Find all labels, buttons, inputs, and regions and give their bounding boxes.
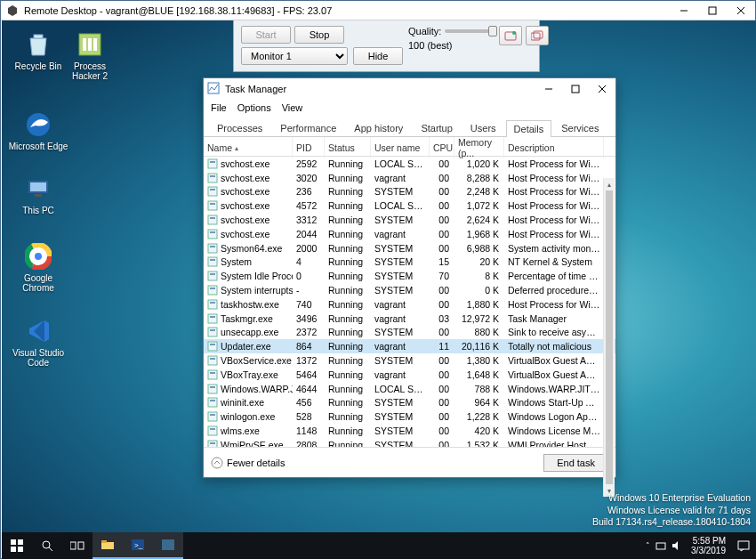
svg-rect-82 [70, 542, 76, 549]
rd-close-button[interactable] [727, 1, 755, 20]
col-user[interactable]: User name [371, 137, 430, 158]
desktop-icon-this-pc[interactable]: This PC [7, 174, 69, 215]
fewer-details-toggle[interactable]: Fewer details [211, 457, 285, 469]
process-description: Task Manager [504, 313, 604, 324]
action-center-button[interactable] [731, 532, 756, 559]
process-status: Running [325, 411, 371, 422]
svg-rect-37 [208, 201, 217, 210]
svg-rect-79 [18, 547, 23, 552]
process-status: Running [325, 200, 371, 211]
scroll-up-icon[interactable]: ▴ [604, 178, 615, 190]
rd-maximize-button[interactable] [698, 1, 727, 20]
desktop-icon-process-hacker[interactable]: Process Hacker 2 [59, 29, 121, 81]
tm-menu-view[interactable]: View [282, 102, 303, 113]
tm-menu-options[interactable]: Options [237, 102, 271, 113]
remote-desktop-surface[interactable]: Start Stop Monitor 1 Hide Quality: 100 (… [2, 20, 756, 559]
tab-performance[interactable]: Performance [272, 119, 344, 136]
desktop-icon-chrome[interactable]: Google Chrome [7, 241, 69, 293]
end-task-button[interactable]: End task [543, 454, 608, 472]
process-row[interactable]: taskhostw.exe740Runningvagrant001,880 KH… [204, 297, 615, 312]
desktop-icon-edge[interactable]: Microsoft Edge [7, 109, 69, 151]
col-name[interactable]: Name [204, 137, 293, 158]
session-hide-button[interactable]: Hide [353, 47, 403, 65]
svg-marker-9 [30, 38, 46, 55]
tm-scrollbar[interactable]: ▴ ▾ [603, 178, 615, 497]
tab-app-history[interactable]: App history [346, 119, 411, 136]
start-button[interactable] [2, 532, 32, 559]
tm-titlebar[interactable]: Task Manager [204, 78, 615, 100]
process-row[interactable]: wininit.exe456RunningSYSTEM00964 KWindow… [204, 396, 615, 410]
tray-chevron-up-icon[interactable]: ˄ [646, 541, 650, 550]
screenshot-button[interactable] [499, 26, 522, 45]
rd-minimize-button[interactable] [670, 1, 698, 20]
svg-rect-17 [30, 182, 46, 191]
multi-screenshot-button[interactable] [526, 26, 549, 45]
taskbar-app[interactable] [153, 532, 183, 559]
chevron-up-circle-icon [211, 457, 223, 469]
svg-rect-46 [210, 259, 215, 261]
process-row[interactable]: VBoxService.exe1372RunningSYSTEM001,380 … [204, 353, 615, 368]
process-cpu: 00 [430, 397, 454, 408]
col-cpu[interactable]: CPU [430, 137, 454, 158]
process-user: vagrant [371, 341, 430, 352]
tray-network-icon[interactable] [655, 540, 666, 551]
tm-grid[interactable]: Name PID Status User name CPU Memory (p.… [204, 137, 615, 447]
col-description[interactable]: Description [504, 137, 604, 158]
taskbar-file-explorer[interactable] [92, 532, 123, 559]
process-row[interactable]: Sysmon64.exe2000RunningSYSTEM006,988 KSy… [204, 241, 615, 255]
process-row[interactable]: svchost.exe236RunningSYSTEM002,248 KHost… [204, 185, 615, 199]
taskbar-powershell[interactable]: >_ [123, 532, 153, 559]
rd-titlebar[interactable]: Remote Desktop - vagrant@BLUE [192.168.3… [1, 1, 755, 20]
process-description: Windows.WARP.JITServi... [504, 384, 604, 394]
svg-rect-38 [210, 203, 215, 205]
col-memory[interactable]: Memory (p... [454, 137, 504, 158]
svg-rect-84 [101, 542, 114, 549]
svg-rect-89 [656, 543, 665, 549]
process-row[interactable]: svchost.exe4572RunningLOCAL SE...001,072… [204, 198, 615, 213]
process-row[interactable]: System interrupts-RunningSYSTEM000 KDefe… [204, 283, 615, 297]
process-row[interactable]: winlogon.exe528RunningSYSTEM001,228 KWin… [204, 409, 615, 424]
taskbar-clock[interactable]: 5:58 PM 3/3/2019 [686, 536, 731, 555]
process-row[interactable]: svchost.exe3312RunningSYSTEM002,624 KHos… [204, 213, 615, 227]
tm-minimize-button[interactable] [535, 78, 562, 100]
tm-maximize-button[interactable] [562, 78, 589, 100]
search-button[interactable] [32, 532, 62, 559]
process-row[interactable]: VBoxTray.exe5464Runningvagrant001,648 KV… [204, 368, 615, 382]
session-start-button[interactable]: Start [241, 26, 291, 44]
process-name: Updater.exe [204, 341, 293, 352]
task-view-button[interactable] [62, 532, 92, 559]
process-status: Running [325, 327, 371, 337]
tray-volume-icon[interactable] [672, 540, 682, 551]
process-row[interactable]: WmiPrvSE.exe2808RunningSYSTEM001,532 KWM… [204, 438, 615, 447]
tab-startup[interactable]: Startup [413, 119, 460, 136]
tab-processes[interactable]: Processes [209, 119, 270, 136]
process-row[interactable]: Updater.exe864Runningvagrant1120,116 KTo… [204, 339, 615, 353]
scroll-thumb[interactable] [606, 190, 613, 484]
process-row[interactable]: System Idle Process0RunningSYSTEM708 KPe… [204, 269, 615, 283]
tab-details[interactable]: Details [506, 120, 552, 137]
tab-users[interactable]: Users [462, 119, 504, 136]
process-row[interactable]: unsecapp.exe2372RunningSYSTEM00880 KSink… [204, 326, 615, 340]
system-tray[interactable]: ˄ [646, 540, 686, 551]
process-description: Host Process for Windo... [504, 200, 604, 211]
tm-close-button[interactable] [589, 78, 615, 100]
quality-slider[interactable] [445, 29, 494, 33]
col-status[interactable]: Status [325, 137, 371, 158]
col-pid[interactable]: PID [293, 137, 325, 158]
session-stop-button[interactable]: Stop [294, 26, 344, 44]
process-row[interactable]: svchost.exe3020Runningvagrant008,288 KHo… [204, 171, 615, 185]
process-description: Windows Logon Applic... [504, 411, 604, 422]
process-row[interactable]: Taskmgr.exe3496Runningvagrant0312,972 KT… [204, 312, 615, 326]
process-row[interactable]: System4RunningSYSTEM1520 KNT Kernel & Sy… [204, 255, 615, 270]
process-row[interactable]: svchost.exe2592RunningLOCAL SE...001,020… [204, 157, 615, 171]
svg-rect-56 [210, 329, 215, 331]
process-row[interactable]: Windows.WARP.JITS...4644RunningLOCAL SE.… [204, 382, 615, 396]
monitor-select[interactable]: Monitor 1 [241, 47, 348, 65]
process-description: Host Process for Windo... [504, 186, 604, 197]
svg-text:>_: >_ [134, 541, 143, 549]
desktop-icon-vscode[interactable]: Visual Studio Code [7, 316, 69, 368]
tab-services[interactable]: Services [553, 119, 607, 136]
tm-menu-file[interactable]: File [211, 102, 227, 113]
process-row[interactable]: wlms.exe1148RunningSYSTEM00420 KWindows … [204, 424, 615, 438]
process-row[interactable]: svchost.exe2044Runningvagrant001,968 KHo… [204, 227, 615, 241]
